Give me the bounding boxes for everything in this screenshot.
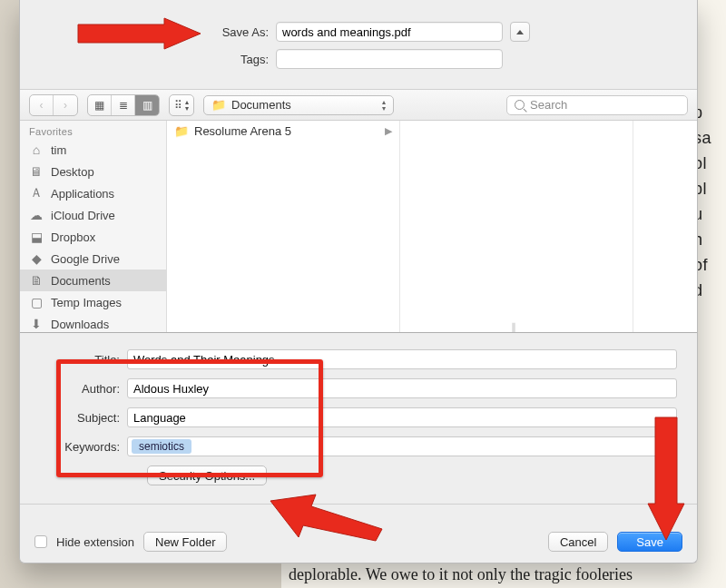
cancel-button[interactable]: Cancel — [548, 532, 608, 552]
back-button[interactable]: ‹ — [30, 95, 54, 115]
divider — [20, 504, 697, 505]
browser-column-1[interactable]: 📁 Resolume Arena 5 ▶ — [167, 121, 400, 332]
sidebar-item-temp-images[interactable]: ▢Temp Images — [20, 291, 166, 313]
sidebar-item-label: Desktop — [51, 165, 94, 179]
sidebar-item-label: iCloud Drive — [51, 209, 115, 222]
sidebar-item-label: tim — [51, 143, 66, 157]
column-view-button[interactable]: ▥ — [135, 95, 159, 115]
forward-button[interactable]: › — [54, 95, 77, 115]
hide-extension-label: Hide extension — [56, 535, 134, 549]
location-popup[interactable]: 📁 Documents ▴▾ — [203, 95, 394, 115]
save-as-label: Save As: — [20, 25, 276, 39]
hide-extension-checkbox[interactable] — [34, 535, 47, 548]
dropbox-icon: ⬓ — [29, 230, 44, 244]
grid-icon: ▦ — [94, 99, 104, 112]
search-field[interactable]: Search — [506, 95, 688, 115]
sidebar: Favorites ⌂tim🖥DesktopＡApplications☁iClo… — [20, 121, 167, 332]
browser-column-2[interactable]: ∥ — [400, 121, 633, 332]
tags-input[interactable] — [276, 49, 503, 69]
sidebar-item-label: Temp Images — [51, 296, 122, 309]
updown-icon: ▴▾ — [185, 99, 189, 112]
search-placeholder: Search — [530, 98, 567, 112]
subject-input[interactable] — [127, 407, 677, 427]
updown-icon: ▴▾ — [382, 99, 386, 112]
desktop-icon: 🖥 — [29, 164, 44, 179]
save-as-section: Save As: Tags: — [20, 0, 697, 89]
item-label: Resolume Arena 5 — [194, 124, 291, 138]
file-browser: Favorites ⌂tim🖥DesktopＡApplications☁iClo… — [20, 121, 697, 333]
apps-icon: Ａ — [29, 185, 44, 201]
chevron-up-icon — [516, 30, 524, 34]
subject-label: Subject: — [40, 411, 127, 425]
sidebar-item-label: Downloads — [51, 318, 109, 331]
sidebar-item-label: Applications — [51, 187, 114, 201]
keywords-label: Keywords: — [40, 440, 127, 454]
sidebar-item-documents[interactable]: 🗎Documents — [20, 270, 166, 291]
author-label: Author: — [40, 382, 127, 396]
background-document-bottom: deplorable. We owe to it not only the tr… — [281, 563, 726, 588]
save-dialog: Save As: Tags: ‹ › ▦ ≣ ▥ ⠿ ▴▾ — [19, 0, 698, 564]
tags-label: Tags: — [20, 53, 276, 66]
title-input[interactable] — [127, 349, 677, 369]
icon-view-button[interactable]: ▦ — [88, 95, 112, 115]
list-item[interactable]: 📁 Resolume Arena 5 ▶ — [167, 121, 399, 141]
cloud-icon: ☁ — [29, 208, 44, 222]
chevron-right-icon: ▶ — [385, 125, 392, 137]
sidebar-item-applications[interactable]: ＡApplications — [20, 182, 166, 204]
security-options-button[interactable]: Security Options... — [147, 466, 267, 485]
view-mode-switcher: ▦ ≣ ▥ — [87, 94, 160, 116]
sidebar-item-label: Dropbox — [51, 230, 95, 244]
sidebar-item-downloads[interactable]: ⬇Downloads — [20, 313, 166, 332]
sidebar-item-icloud-drive[interactable]: ☁iCloud Drive — [20, 204, 166, 226]
columns-icon: ▥ — [142, 99, 152, 112]
pdf-metadata-section: Title: Author: Subject: Keywords: semiot… — [20, 333, 697, 495]
browser-column-3[interactable] — [633, 121, 697, 332]
author-input[interactable] — [127, 378, 677, 398]
new-folder-button[interactable]: New Folder — [143, 532, 227, 552]
down-icon: ⬇ — [29, 317, 44, 331]
search-icon — [515, 100, 525, 110]
sidebar-item-google-drive[interactable]: ◆Google Drive — [20, 248, 166, 270]
list-view-button[interactable]: ≣ — [112, 95, 135, 115]
save-as-input[interactable] — [276, 22, 503, 42]
chevron-left-icon: ‹ — [40, 99, 44, 112]
keyword-token[interactable]: semiotics — [132, 439, 191, 454]
sidebar-item-desktop[interactable]: 🖥Desktop — [20, 161, 166, 182]
home-icon: ⌂ — [29, 142, 44, 157]
list-icon: ≣ — [119, 99, 128, 112]
sidebar-item-dropbox[interactable]: ⬓Dropbox — [20, 226, 166, 248]
location-label: Documents — [231, 98, 291, 112]
save-button[interactable]: Save — [617, 532, 682, 552]
sidebar-item-label: Documents — [51, 274, 111, 288]
gdrive-icon: ◆ — [29, 251, 44, 266]
sidebar-item-label: Google Drive — [51, 252, 120, 266]
docs-icon: 🗎 — [29, 273, 44, 288]
group-icon: ⠿ — [174, 99, 182, 112]
folder-icon: ▢ — [29, 295, 44, 309]
nav-back-forward: ‹ › — [29, 94, 78, 116]
browser-toolbar: ‹ › ▦ ≣ ▥ ⠿ ▴▾ 📁 Documents ▴▾ Search — [20, 90, 697, 121]
folder-icon: 📁 — [174, 124, 189, 138]
collapse-button[interactable] — [510, 22, 530, 42]
group-sort-control[interactable]: ⠿ ▴▾ — [169, 94, 194, 116]
sidebar-header: Favorites — [20, 121, 166, 139]
keywords-input[interactable]: semiotics — [127, 436, 677, 456]
title-label: Title: — [40, 353, 127, 367]
folder-icon: 📁 — [211, 98, 226, 112]
chevron-right-icon: › — [64, 99, 67, 112]
dialog-footer: Hide extension New Folder Cancel Save — [20, 521, 697, 563]
sidebar-item-tim[interactable]: ⌂tim — [20, 139, 166, 161]
column-resize-handle[interactable]: ∥ — [511, 321, 522, 332]
